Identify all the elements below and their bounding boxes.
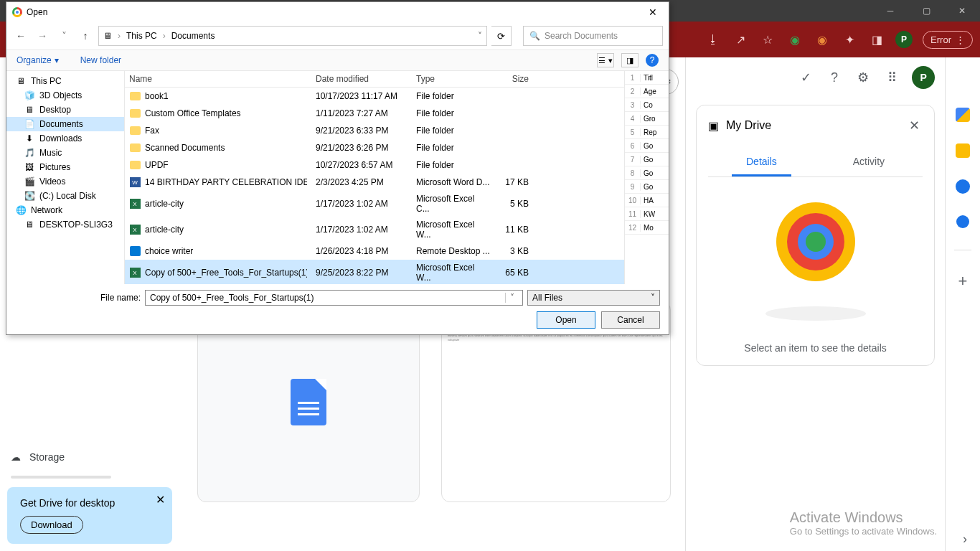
search-icon: 🔍 — [529, 31, 540, 41]
nav-recent-icon[interactable]: ˅ — [55, 27, 72, 44]
tree-item[interactable]: 📄Documents — [6, 117, 124, 131]
help-icon[interactable]: ? — [826, 69, 843, 86]
organize-button[interactable]: Organize ▾ — [17, 55, 59, 65]
star-icon[interactable]: ☆ — [759, 31, 776, 48]
file-row[interactable]: Custom Office Templates1/11/2023 7:27 AM… — [125, 105, 624, 122]
column-date[interactable]: Date modified — [311, 71, 412, 87]
file-row[interactable]: choice writer1/26/2023 4:18 PMRemote Des… — [125, 242, 624, 260]
address-bar[interactable]: 🖥 › This PC › Documents ˅ — [98, 26, 487, 46]
dialog-help-icon[interactable]: ? — [646, 54, 659, 67]
add-addon-icon[interactable]: + — [958, 272, 968, 291]
tree-item[interactable]: 🖥This PC — [6, 74, 124, 88]
storage-row[interactable]: ☁ Storage — [11, 451, 172, 463]
cancel-button[interactable]: Cancel — [601, 311, 660, 329]
filename-dropdown-icon[interactable]: ˅ — [505, 293, 518, 303]
sidepanel-icon[interactable]: ◨ — [868, 31, 885, 48]
file-row[interactable]: Xarticle-city1/17/2023 1:02 AMMicrosoft … — [125, 217, 624, 242]
preview-row: 3Co — [625, 98, 669, 112]
search-input[interactable]: 🔍 Search Documents — [523, 26, 663, 46]
filename-label: File name: — [15, 293, 141, 303]
error-indicator[interactable]: Error ⋮ — [923, 31, 973, 49]
preview-pane-icon[interactable]: ◨ — [621, 53, 639, 67]
share-icon[interactable]: ↗ — [732, 31, 749, 48]
settings-gear-icon[interactable]: ⚙ — [854, 69, 872, 86]
file-icon: W — [129, 176, 141, 188]
profile-avatar[interactable]: P — [895, 31, 913, 48]
view-options-icon[interactable]: ☰ ▾ — [597, 53, 614, 67]
nav-up-icon[interactable]: ↑ — [77, 27, 94, 44]
file-icon: X — [129, 267, 141, 278]
search-placeholder: Search Documents — [545, 31, 618, 41]
file-icon — [129, 90, 141, 102]
new-folder-button[interactable]: New folder — [80, 55, 121, 65]
file-row[interactable]: Fax9/21/2023 6:33 PMFile folder — [125, 122, 624, 139]
file-icon — [129, 245, 141, 257]
extensions-puzzle-icon[interactable]: ✦ — [841, 31, 858, 48]
dialog-close-icon[interactable]: ✕ — [643, 4, 663, 21]
window-minimize-icon[interactable]: ─ — [880, 0, 901, 22]
column-type[interactable]: Type — [412, 71, 494, 87]
account-avatar[interactable]: P — [912, 66, 935, 89]
watermark-subtitle: Go to Settings to activate Windows. — [790, 526, 937, 537]
apps-grid-icon[interactable]: ⠿ — [883, 69, 900, 86]
breadcrumb-item[interactable]: This PC — [126, 31, 157, 41]
window-close-icon[interactable]: ✕ — [951, 0, 973, 22]
filetype-select[interactable]: All Files ˅ — [527, 290, 660, 306]
file-row[interactable]: W14 BIRTHDAY PARTY CELEBRATION IDEAS...2… — [125, 174, 624, 191]
file-row[interactable]: XCopy of 500+_Free_Tools_For_Startups(1)… — [125, 260, 624, 284]
refresh-icon[interactable]: ⟳ — [491, 26, 512, 46]
tasks-icon[interactable] — [956, 179, 970, 194]
file-list: Name Date modified Type Size book110/17/… — [125, 71, 624, 284]
collapse-panel-icon[interactable]: › — [963, 532, 967, 547]
promo-close-icon[interactable]: ✕ — [156, 493, 165, 507]
download-icon[interactable]: ⭳ — [705, 31, 722, 48]
file-icon — [129, 125, 141, 136]
chevron-down-icon: ▾ — [55, 55, 59, 65]
extension-icon-2[interactable]: ◉ — [814, 31, 831, 48]
tab-details[interactable]: Details — [732, 149, 791, 176]
tree-item[interactable]: 🖥Desktop — [6, 103, 124, 117]
tree-item[interactable]: 🎵Music — [6, 146, 124, 160]
address-dropdown-icon[interactable]: ˅ — [478, 31, 482, 41]
preview-row: 9Go — [625, 180, 669, 194]
tree-icon: 🖥 — [24, 105, 35, 115]
tree-item[interactable]: 🖥DESKTOP-SLI3G3 — [6, 217, 124, 232]
close-panel-icon[interactable]: ✕ — [905, 117, 923, 134]
window-maximize-icon[interactable]: ▢ — [915, 0, 937, 22]
calendar-icon[interactable] — [956, 108, 970, 122]
folder-tree: 🖥This PC🧊3D Objects🖥Desktop📄Documents⬇Do… — [6, 71, 125, 284]
file-icon: X — [129, 198, 141, 209]
empty-illustration — [773, 199, 859, 285]
file-icon — [129, 159, 141, 171]
contacts-icon[interactable] — [956, 215, 969, 228]
tree-item[interactable]: 💽(C:) Local Disk — [6, 189, 124, 203]
breadcrumb-item[interactable]: Documents — [171, 31, 215, 41]
preview-row: 7Go — [625, 153, 669, 166]
file-row[interactable]: Xarticle-city1/17/2023 1:02 AMMicrosoft … — [125, 191, 624, 217]
tab-activity[interactable]: Activity — [839, 149, 899, 176]
keep-icon[interactable] — [956, 143, 970, 158]
promo-download-button[interactable]: Download — [20, 516, 83, 534]
column-size[interactable]: Size — [494, 71, 537, 87]
dialog-body: 🖥This PC🧊3D Objects🖥Desktop📄Documents⬇Do… — [6, 71, 669, 284]
filename-input[interactable]: Copy of 500+_Free_Tools_For_Startups(1) … — [145, 290, 523, 306]
pc-icon: 🖥 — [103, 31, 112, 41]
file-icon — [129, 108, 141, 119]
preview-row: 4Gro — [625, 112, 669, 126]
tree-item[interactable]: 🧊3D Objects — [6, 88, 124, 103]
file-row[interactable]: UPDF10/27/2023 6:57 AMFile folder — [125, 156, 624, 174]
file-row[interactable]: Scanned Documents9/21/2023 6:26 PMFile f… — [125, 139, 624, 156]
nav-back-icon[interactable]: ← — [12, 27, 29, 44]
tree-item[interactable]: ⬇Downloads — [6, 131, 124, 146]
preview-row: 11KW — [625, 207, 669, 221]
tree-item[interactable]: 🖼Pictures — [6, 160, 124, 174]
extension-icon[interactable]: ◉ — [786, 31, 804, 48]
tree-item[interactable]: 🎬Videos — [6, 174, 124, 189]
column-name[interactable]: Name — [125, 71, 311, 87]
nav-forward-icon[interactable]: → — [34, 27, 51, 44]
file-row[interactable]: book110/17/2023 11:17 AMFile folder — [125, 88, 624, 105]
tree-item[interactable]: 🌐Network — [6, 203, 124, 217]
open-button[interactable]: Open — [537, 311, 595, 329]
ready-offline-icon[interactable]: ✓ — [797, 69, 814, 86]
empty-hint-text: Select an item to see the details — [744, 342, 886, 354]
